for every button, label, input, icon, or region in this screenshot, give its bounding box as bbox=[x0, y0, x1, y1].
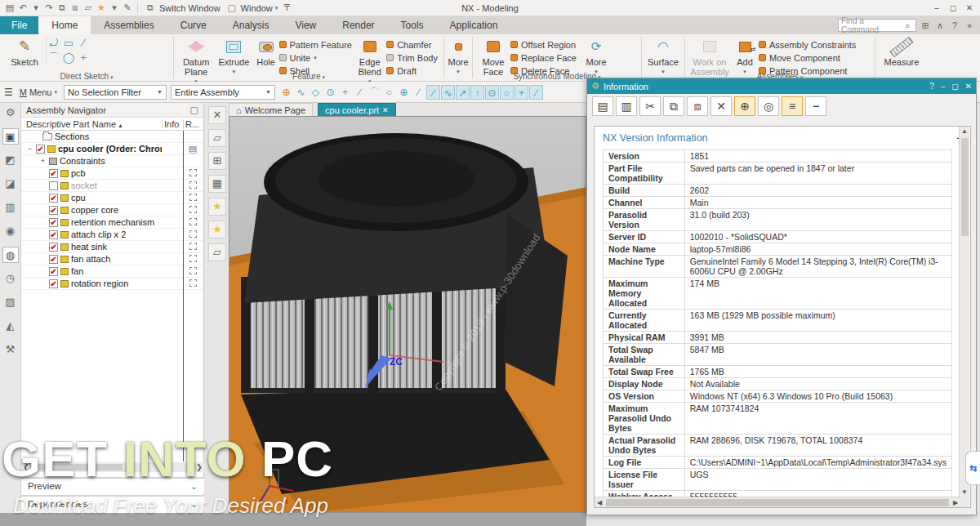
user-status-icon[interactable]: ● bbox=[964, 20, 975, 30]
column-descriptive-part-name[interactable]: Descriptive Part Name bbox=[21, 119, 162, 129]
teamviewer-edge-tab[interactable]: ⇆ bbox=[965, 451, 980, 485]
save-icon[interactable]: ▤ bbox=[4, 2, 16, 13]
tree-row-cpu[interactable]: ✔cpu bbox=[21, 192, 203, 204]
column-info[interactable]: Info bbox=[162, 119, 183, 129]
expander-icon[interactable]: + bbox=[39, 157, 47, 165]
column-r[interactable]: R... bbox=[183, 119, 203, 129]
undock-panel-icon[interactable]: ▢ bbox=[190, 105, 198, 115]
reference-set-cell[interactable]: ▤ bbox=[183, 144, 203, 154]
favorites-star2-icon[interactable]: ★ bbox=[208, 221, 226, 238]
visibility-checkbox[interactable]: ✔ bbox=[49, 243, 58, 252]
save-icon[interactable]: ▤ bbox=[592, 96, 613, 116]
document-list-icon[interactable]: ≡ bbox=[782, 96, 803, 116]
reference-set-cell[interactable] bbox=[183, 242, 203, 252]
minimize-ribbon-icon[interactable]: ∧ bbox=[934, 20, 946, 31]
snap-center-icon[interactable]: ⊙ bbox=[323, 85, 337, 100]
new-document-icon[interactable]: ⊞ bbox=[208, 152, 226, 170]
snap-point-on-curve-icon[interactable]: ⊙ bbox=[485, 85, 499, 100]
open-recent-icon[interactable]: ▱ bbox=[208, 243, 226, 261]
help-icon[interactable]: ? bbox=[929, 82, 934, 91]
target-icon[interactable]: ⊕ bbox=[734, 96, 755, 116]
measure-button[interactable]: Measure bbox=[879, 36, 924, 67]
minimize-button[interactable]: – bbox=[929, 3, 944, 12]
reference-set-cell[interactable] bbox=[183, 181, 203, 190]
add-component-button[interactable]: Add bbox=[731, 36, 759, 77]
expander-icon[interactable]: − bbox=[26, 145, 33, 153]
reference-set-cell[interactable] bbox=[183, 266, 203, 276]
snap-endpoint-icon[interactable]: ↗ bbox=[456, 85, 470, 100]
snap-point-on-face-icon[interactable]: ○ bbox=[500, 85, 514, 100]
replace-face-button[interactable]: Replace Face bbox=[510, 51, 582, 64]
collapse-icon[interactable]: − bbox=[805, 96, 826, 116]
ribbon-tab-render[interactable]: Render bbox=[329, 16, 387, 34]
snap-angle-icon[interactable]: ∕ bbox=[529, 85, 543, 100]
tree-row-constraints[interactable]: +Constraints bbox=[21, 155, 203, 167]
tab-cpu-cooler-prt[interactable]: cpu cooler.prt ✕ bbox=[318, 103, 396, 116]
ribbon-tab-home[interactable]: Home bbox=[38, 16, 91, 34]
trim-body-button[interactable]: Trim Body bbox=[386, 51, 440, 64]
part-navigator-icon[interactable]: ◪ bbox=[2, 176, 19, 192]
clipboard-icon[interactable]: ▱ bbox=[82, 2, 94, 13]
process-studio-icon[interactable]: ▨ bbox=[2, 294, 19, 310]
copy-icon[interactable]: ⧉ bbox=[56, 2, 68, 13]
scrollbar-thumb[interactable] bbox=[606, 499, 949, 506]
reuse-library-icon[interactable]: ▥ bbox=[2, 199, 19, 216]
fullscreen-icon[interactable]: ⊞ bbox=[920, 20, 931, 31]
sketch-button[interactable]: ✎ Sketch bbox=[3, 36, 46, 67]
close-icon[interactable]: ✕ bbox=[965, 82, 972, 91]
visibility-checkbox[interactable]: ✔ bbox=[36, 145, 45, 154]
cut-icon[interactable]: ✂ bbox=[639, 96, 661, 116]
close-button[interactable]: ✕ bbox=[962, 3, 977, 12]
visibility-checkbox[interactable]: ✔ bbox=[49, 267, 58, 276]
favorites-icon[interactable]: ★ bbox=[96, 2, 107, 13]
information-vscrollbar[interactable]: ▲ ▼ bbox=[959, 127, 969, 507]
information-hscrollbar[interactable]: ◀ ▶ bbox=[595, 497, 960, 507]
visibility-checkbox[interactable]: ✔ bbox=[49, 255, 58, 264]
ribbon-tab-file[interactable]: File bbox=[0, 16, 38, 34]
assembly-navigator-icon[interactable]: ▣ bbox=[2, 128, 19, 145]
tree-row-fan-attach[interactable]: ✔fan attach bbox=[21, 253, 203, 265]
information-title-bar[interactable]: ⚙ Information ? – ◻ ✕ bbox=[587, 78, 976, 94]
pattern-feature-button[interactable]: Pattern Feature bbox=[279, 38, 354, 51]
tree-row-heat-sink[interactable]: ✔heat sink bbox=[21, 241, 203, 253]
ribbon-tab-assemblies[interactable]: Assemblies bbox=[91, 16, 167, 34]
roles-icon[interactable]: ⚒ bbox=[2, 341, 19, 358]
snap-vertex-icon[interactable]: ◇ bbox=[309, 85, 323, 100]
snap-grid-icon[interactable]: + bbox=[514, 85, 528, 100]
ribbon-tab-curve[interactable]: Curve bbox=[167, 16, 220, 34]
constraint-navigator-icon[interactable]: ◩ bbox=[2, 152, 19, 168]
sketch-tool-icon-5[interactable]: + bbox=[76, 51, 91, 65]
tree-row-attach-clip-x-2[interactable]: ✔attach clip x 2 bbox=[21, 229, 203, 241]
tree-row-sections[interactable]: Sections bbox=[21, 131, 203, 143]
restore-button[interactable]: ◻ bbox=[946, 3, 960, 12]
copy-icon[interactable]: ⧉ bbox=[663, 96, 684, 116]
export-image-icon[interactable]: ▦ bbox=[208, 175, 226, 193]
hole-button[interactable]: Hole bbox=[253, 36, 279, 67]
find-command-input[interactable]: Find a Command ⌕ bbox=[838, 19, 916, 32]
sketch-tool-icon-4[interactable]: ◯ bbox=[61, 51, 76, 65]
reference-set-cell[interactable] bbox=[183, 230, 203, 239]
open-folder-icon[interactable]: ▱ bbox=[208, 129, 226, 147]
visibility-checkbox[interactable]: ✔ bbox=[49, 279, 58, 288]
snap-quadrant-icon[interactable]: ⊕ bbox=[397, 85, 411, 100]
snap-arc-icon[interactable]: ⌒ bbox=[368, 85, 381, 100]
ribbon-tab-analysis[interactable]: Analysis bbox=[220, 16, 283, 34]
visibility-checkbox[interactable]: ✔ bbox=[49, 169, 58, 178]
feature-more-button[interactable]: More bbox=[448, 36, 469, 77]
roles-gear-icon[interactable]: ⚙ bbox=[2, 105, 19, 121]
undo-icon[interactable]: ↶ bbox=[17, 2, 29, 13]
extrude-button[interactable]: Extrude bbox=[215, 36, 252, 77]
reference-set-cell[interactable] bbox=[183, 168, 203, 178]
scroll-right-icon[interactable]: ▶ bbox=[951, 499, 960, 506]
redo-icon[interactable]: ↷ bbox=[43, 2, 55, 13]
web-browser-icon[interactable]: ◍ bbox=[2, 247, 19, 263]
minimize-icon[interactable]: – bbox=[941, 82, 946, 91]
snap-edge-icon[interactable]: ∕ bbox=[412, 85, 425, 100]
reference-set-cell[interactable] bbox=[183, 193, 203, 203]
touch-mode-icon[interactable]: ✎ bbox=[122, 2, 133, 13]
toolbar-options-icon[interactable]: ₸ bbox=[281, 2, 292, 13]
reference-set-cell[interactable] bbox=[183, 279, 203, 288]
manufacturing-wizards-icon[interactable]: ◭ bbox=[2, 318, 19, 334]
snap-tangent-icon[interactable]: ∕ bbox=[426, 85, 440, 100]
scroll-up-icon[interactable]: ▲ bbox=[960, 127, 969, 135]
